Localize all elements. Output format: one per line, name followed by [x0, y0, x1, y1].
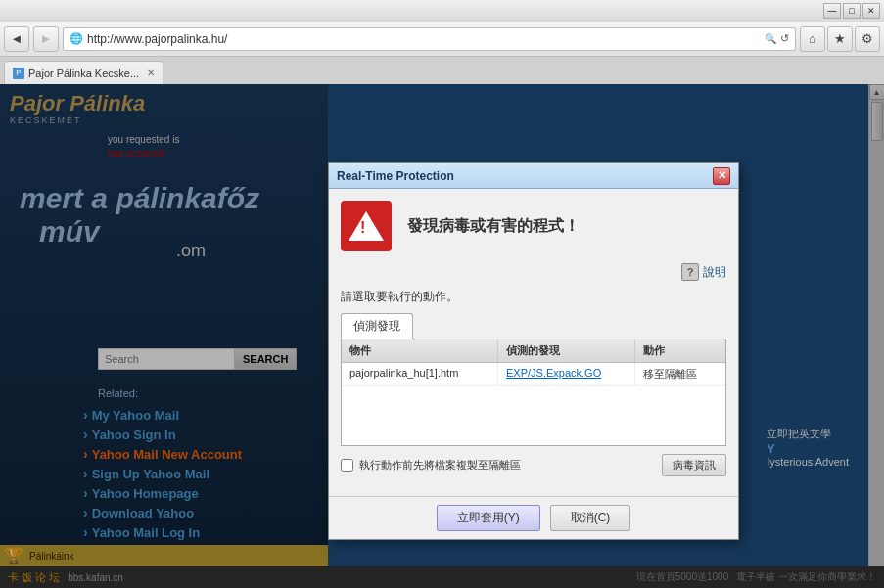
- address-icon: 🌐: [70, 32, 83, 45]
- col-detection-header: 偵測的發現: [498, 339, 635, 362]
- table-row: pajorpalinka_hu[1].htm EXP/JS.Expack.GO …: [342, 363, 725, 386]
- help-label: 說明: [703, 264, 726, 281]
- nav-right-buttons: ⌂ ★ ⚙: [800, 26, 880, 52]
- cell-object: pajorpalinka_hu[1].htm: [342, 363, 498, 385]
- tab-bar: P Pajor Pálinka Kecske... ✕: [0, 57, 884, 84]
- browser-window: — □ ✕ ◄ ► 🌐 http://www.pajorpalinka.hu/ …: [0, 0, 884, 588]
- page-wrapper: Pajor Pálinka KECSKEMÉT you requested is…: [0, 84, 884, 588]
- col-object-header: 物件: [342, 339, 498, 362]
- alert-icon: [341, 201, 392, 251]
- back-button[interactable]: ◄: [4, 26, 29, 52]
- tab-detections[interactable]: 偵測發現: [341, 313, 413, 339]
- home-button[interactable]: ⌂: [800, 26, 825, 52]
- address-text: http://www.pajorpalinka.hu/: [87, 32, 761, 46]
- title-bar-buttons: — □ ✕: [823, 3, 880, 19]
- forward-button[interactable]: ►: [33, 26, 59, 52]
- nav-bar: ◄ ► 🌐 http://www.pajorpalinka.hu/ 🔍 ↺ ⌂ …: [0, 22, 884, 57]
- help-row: ? 說明: [341, 263, 726, 281]
- maximize-button[interactable]: □: [843, 3, 861, 19]
- table-header: 物件 偵測的發現 動作: [342, 339, 725, 363]
- tab-close-button[interactable]: ✕: [147, 68, 155, 78]
- dialog-tabs: 偵測發現: [341, 313, 726, 339]
- tab-favicon: P: [13, 68, 24, 79]
- dialog-footer: 立即套用(Y) 取消(C): [329, 496, 738, 539]
- window-close-button[interactable]: ✕: [862, 3, 880, 19]
- title-bar: — □ ✕: [0, 0, 884, 22]
- cell-detection-link[interactable]: EXP/JS.Expack.GO: [498, 363, 635, 385]
- browser-tab[interactable]: P Pajor Pálinka Kecske... ✕: [4, 61, 163, 84]
- alert-text: 發現病毒或有害的程式！: [407, 216, 580, 237]
- minimize-button[interactable]: —: [823, 3, 841, 19]
- copy-checkbox[interactable]: [341, 459, 353, 472]
- refresh-icon[interactable]: ↺: [780, 32, 789, 45]
- search-go-icon: 🔍: [765, 33, 776, 44]
- col-action-header: 動作: [635, 339, 714, 362]
- action-prompt: 請選取要執行的動作。: [341, 289, 726, 305]
- checkbox-row: 執行動作前先將檔案複製至隔離區 病毒資訊: [341, 454, 726, 476]
- detection-table: 物件 偵測的發現 動作 pajorpalinka_hu[1].htm EXP/J…: [341, 339, 726, 446]
- dialog-title: Real-Time Protection: [337, 169, 454, 183]
- table-empty-space: [342, 386, 725, 445]
- tab-label: Pajor Pálinka Kecske...: [28, 68, 139, 79]
- tools-button[interactable]: ⚙: [855, 26, 880, 52]
- apply-now-button[interactable]: 立即套用(Y): [437, 505, 540, 531]
- address-bar[interactable]: 🌐 http://www.pajorpalinka.hu/ 🔍 ↺: [63, 27, 796, 51]
- alert-row: 發現病毒或有害的程式！: [341, 201, 726, 251]
- virus-info-button[interactable]: 病毒資訊: [662, 454, 726, 476]
- real-time-protection-dialog: Real-Time Protection ✕ 發現病毒或有害的程式！ ?: [328, 162, 739, 540]
- warning-triangle-icon: [349, 211, 384, 241]
- dialog-titlebar: Real-Time Protection ✕: [329, 163, 738, 189]
- checkbox-label: 執行動作前先將檔案複製至隔離區: [359, 458, 521, 473]
- cell-action: 移至隔離區: [635, 363, 714, 385]
- dialog-close-button[interactable]: ✕: [713, 167, 730, 185]
- dialog-body: 發現病毒或有害的程式！ ? 說明 請選取要執行的動作。 偵測發現: [329, 189, 738, 496]
- help-icon[interactable]: ?: [681, 263, 699, 281]
- cancel-button[interactable]: 取消(C): [550, 505, 631, 531]
- favorites-button[interactable]: ★: [827, 26, 853, 52]
